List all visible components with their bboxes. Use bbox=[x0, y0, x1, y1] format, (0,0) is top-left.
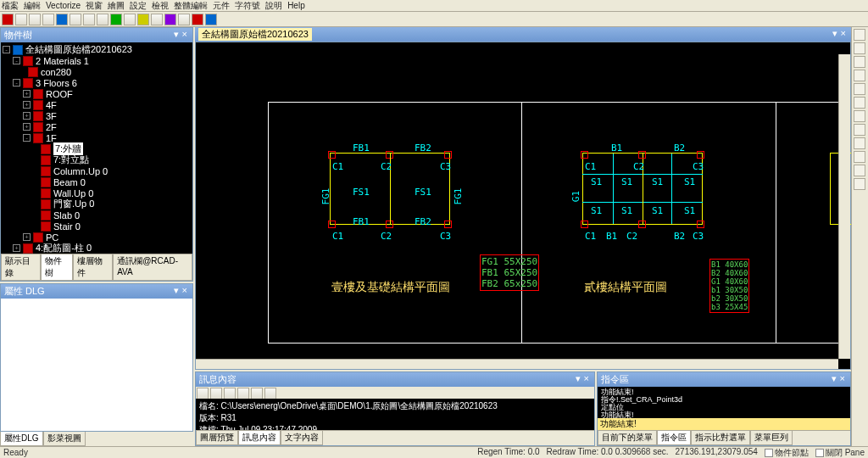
menu-item[interactable]: 字符號 bbox=[235, 0, 260, 12]
close-icon[interactable]: × bbox=[838, 373, 847, 383]
checkbox-icon[interactable] bbox=[765, 449, 773, 457]
tool-icon[interactable] bbox=[854, 56, 865, 68]
checkbox-icon[interactable] bbox=[815, 449, 824, 457]
tool-icon[interactable] bbox=[854, 70, 865, 81]
cmd-input[interactable]: 功能結束! bbox=[598, 418, 850, 430]
close-icon[interactable]: × bbox=[839, 28, 848, 38]
menu-item[interactable]: 檔案 bbox=[2, 0, 19, 12]
tab-active[interactable]: 指令區 bbox=[657, 431, 691, 445]
tab[interactable]: 文字內容 bbox=[281, 431, 323, 445]
tab[interactable]: 通訊欄@RCAD-AVA bbox=[113, 254, 192, 281]
tree-item[interactable]: con280 bbox=[41, 67, 71, 77]
tree-item[interactable]: 4F bbox=[46, 100, 57, 110]
menu-item[interactable]: 設定 bbox=[130, 0, 147, 12]
tool-icon[interactable] bbox=[210, 388, 222, 399]
tool-icon[interactable] bbox=[251, 388, 263, 399]
tool-icon[interactable] bbox=[854, 83, 865, 95]
expand-icon[interactable]: + bbox=[23, 233, 31, 241]
tool-icon[interactable] bbox=[151, 14, 163, 25]
tool-icon[interactable] bbox=[2, 14, 14, 25]
chevron-down-icon[interactable]: ▾ bbox=[831, 28, 839, 38]
tool-icon[interactable] bbox=[854, 97, 865, 109]
msg-body[interactable]: 檔名: C:\Users\energ\OneDrive\桌面\DEMO\1.原始… bbox=[196, 399, 594, 430]
tree-item[interactable]: 4:配筋圖-柱 0 bbox=[36, 242, 92, 254]
tree-item[interactable]: 5:配筋圖-樑 0 bbox=[36, 253, 92, 254]
tool-icon[interactable] bbox=[70, 14, 81, 25]
menu-item[interactable]: 視窗 bbox=[86, 0, 103, 12]
tab[interactable]: 顯示目錄 bbox=[1, 254, 41, 281]
collapse-icon[interactable]: - bbox=[13, 57, 20, 64]
expand-icon[interactable]: + bbox=[23, 123, 31, 131]
pin-icon[interactable]: ▾ bbox=[830, 373, 838, 383]
tool-icon[interactable] bbox=[164, 14, 176, 25]
tool-icon[interactable] bbox=[854, 110, 865, 122]
tab[interactable]: 樓層物件 bbox=[73, 254, 113, 281]
expand-icon[interactable]: + bbox=[13, 244, 20, 252]
expand-icon[interactable]: + bbox=[23, 101, 31, 109]
menu-item[interactable]: 元件 bbox=[213, 0, 230, 12]
tab[interactable]: 影菜視圖 bbox=[43, 432, 86, 446]
tab[interactable]: 菜單巨列 bbox=[750, 431, 793, 445]
tool-icon[interactable] bbox=[110, 14, 122, 25]
tree-item[interactable]: Column.Up 0 bbox=[53, 166, 108, 176]
tree-body[interactable]: -全結構圖原始檔20210623 -2 Materials 1 con280 -… bbox=[1, 42, 192, 254]
tool-icon[interactable] bbox=[192, 14, 203, 25]
tree-item[interactable]: 2 Materials 1 bbox=[36, 56, 89, 66]
tree-item[interactable]: 2F bbox=[46, 122, 57, 132]
scrollbar-v[interactable] bbox=[838, 54, 850, 359]
menu-item[interactable]: 說明 bbox=[265, 0, 282, 12]
tab-active[interactable]: 屬性DLG bbox=[0, 432, 43, 446]
tree-item[interactable]: 1F bbox=[46, 133, 57, 143]
collapse-icon[interactable]: - bbox=[23, 134, 31, 142]
scrollbar-h[interactable] bbox=[196, 359, 838, 369]
menu-item[interactable]: 整體編輯 bbox=[174, 0, 208, 12]
tab-active[interactable]: 物件樹 bbox=[41, 254, 73, 281]
tool-icon[interactable] bbox=[854, 178, 865, 190]
tree-item[interactable]: 3F bbox=[46, 111, 57, 121]
collapse-icon[interactable]: - bbox=[13, 79, 20, 87]
close-icon[interactable]: × bbox=[181, 29, 189, 39]
tool-icon[interactable] bbox=[854, 42, 865, 54]
pin-icon[interactable]: ▾ bbox=[574, 373, 582, 383]
tool-icon[interactable] bbox=[97, 14, 108, 25]
tool-icon[interactable] bbox=[854, 151, 865, 163]
tree-item[interactable]: Beam 0 bbox=[53, 177, 86, 187]
tree-root[interactable]: 全結構圖原始檔20210623 bbox=[25, 43, 132, 56]
tool-icon[interactable] bbox=[854, 137, 865, 149]
tree-item[interactable]: PC bbox=[46, 232, 58, 243]
tool-icon[interactable] bbox=[264, 388, 276, 399]
tree-item[interactable]: 3 Floors 6 bbox=[36, 78, 77, 88]
tool-icon[interactable] bbox=[83, 14, 95, 25]
menu-item[interactable]: 繪圖 bbox=[108, 0, 125, 12]
tree-item[interactable]: 門窗.Up 0 bbox=[53, 198, 94, 210]
tool-icon[interactable] bbox=[124, 14, 136, 25]
tool-icon[interactable] bbox=[178, 14, 190, 25]
tab-active[interactable]: 訊息內容 bbox=[238, 431, 281, 445]
tool-icon[interactable] bbox=[854, 124, 865, 136]
tool-icon[interactable] bbox=[205, 14, 217, 25]
menu-item[interactable]: 檢視 bbox=[152, 0, 169, 12]
tree-item[interactable]: Slab 0 bbox=[53, 210, 80, 221]
menu-item[interactable]: 編輯 bbox=[24, 0, 41, 12]
tool-icon[interactable] bbox=[854, 165, 865, 176]
expand-icon[interactable]: + bbox=[23, 112, 31, 120]
close-icon[interactable]: × bbox=[181, 285, 189, 295]
collapse-icon[interactable]: - bbox=[3, 46, 10, 53]
tab[interactable]: 指示比對選單 bbox=[691, 431, 750, 445]
tree-item[interactable]: Wall.Up 0 bbox=[53, 188, 93, 198]
canvas[interactable]: FB1 FB2 FB1 FB2 C1 C2 C3 C1 C2 C3 FG1 FG… bbox=[195, 42, 851, 370]
tree-item[interactable]: Stair 0 bbox=[53, 221, 81, 232]
tree-item[interactable]: 7:對立點 bbox=[53, 154, 89, 166]
close-icon[interactable]: × bbox=[582, 373, 591, 383]
expand-icon[interactable]: + bbox=[23, 90, 31, 98]
dlg-body[interactable] bbox=[1, 299, 192, 431]
pin-icon[interactable]: ▾ bbox=[172, 285, 181, 295]
tab[interactable]: 圖層預覽 bbox=[196, 431, 238, 445]
menu-item[interactable]: Vectorize bbox=[46, 1, 81, 10]
tab[interactable]: 目前下的菜單 bbox=[598, 431, 657, 445]
menu-item[interactable]: Help bbox=[287, 1, 305, 10]
tool-icon[interactable] bbox=[854, 29, 865, 41]
tool-icon[interactable] bbox=[15, 14, 27, 25]
cmd-body[interactable]: 功能結束! 指令!.Set_CRA_Point3d 定點位 功能結束! 指令!.… bbox=[598, 387, 850, 418]
tool-icon[interactable] bbox=[42, 14, 54, 25]
